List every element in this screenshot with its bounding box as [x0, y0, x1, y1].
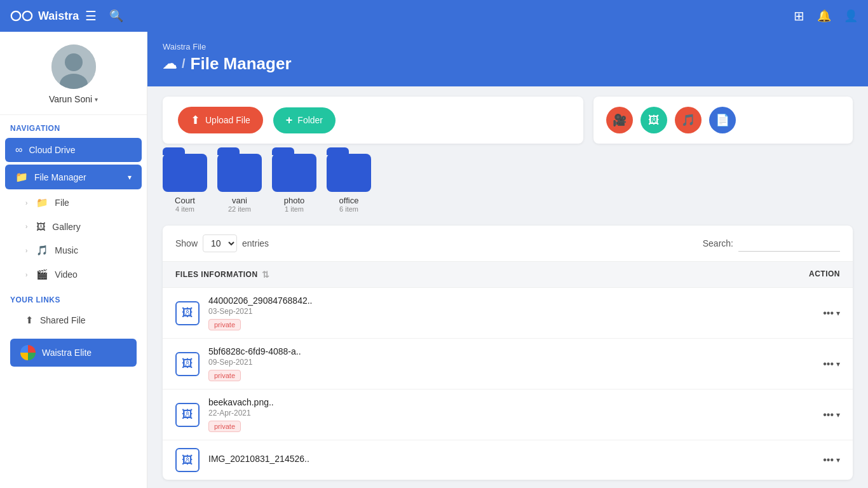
- file-action-1[interactable]: ••• ▾: [764, 308, 840, 319]
- waistra-elite-icon: [20, 345, 36, 360]
- folder-item-photo[interactable]: photo 1 item: [272, 154, 316, 213]
- action-chevron-1[interactable]: ▾: [836, 309, 840, 318]
- file-image-icon-1: 🖼: [182, 306, 193, 320]
- files-table-controls: Show 10 25 50 entries Search:: [163, 226, 853, 262]
- svg-point-0: [11, 11, 20, 20]
- folder-label: Folder: [297, 115, 323, 125]
- table-row: 🖼 beekavach.png.. 22-Apr-2021 private ••…: [163, 390, 853, 440]
- file-action-3[interactable]: ••• ▾: [764, 409, 840, 421]
- your-links-label: Your Links: [0, 287, 147, 308]
- files-col-header: FILES INFORMATION ⇅ ACTION: [163, 262, 853, 288]
- search-icon[interactable]: 🔍: [109, 9, 123, 23]
- table-row: 🖼 5bf6828c-6fd9-4088-a.. 09-Sep-2021 pri…: [163, 339, 853, 390]
- hamburger-icon[interactable]: ☰: [85, 8, 97, 24]
- file-badge-2: private: [208, 370, 241, 381]
- video-sub-icon: 🎬: [36, 269, 48, 280]
- sidebar-item-waistra-elite[interactable]: Waistra Elite: [10, 339, 137, 367]
- bell-icon[interactable]: 🔔: [817, 9, 831, 23]
- folders-row: Court 4 item vani 22 item photo 1 item o…: [163, 154, 853, 213]
- action-dots-1[interactable]: •••: [823, 308, 834, 319]
- profile-name[interactable]: Varun Soni ▾: [49, 94, 98, 104]
- sidebar-item-shared-file[interactable]: ⬆ Shared File: [5, 309, 142, 332]
- video-media-button[interactable]: 🎥: [606, 107, 633, 133]
- waistra-elite-label: Waistra Elite: [42, 348, 92, 358]
- upload-file-button[interactable]: ⬆ Upload File: [178, 107, 263, 133]
- folder-item-office[interactable]: office 6 item: [327, 154, 371, 213]
- image-media-button[interactable]: 🖼: [641, 107, 667, 133]
- file-thumbnail-1: 🖼: [175, 301, 200, 325]
- table-row: 🖼 44000206_29084768842.. 03-Sep-2021 pri…: [163, 288, 853, 339]
- avatar: [51, 44, 96, 89]
- image-media-icon: 🖼: [648, 114, 660, 127]
- cloud-drive-label: Cloud Drive: [29, 145, 75, 155]
- sidebar-arrow-music: ›: [25, 247, 27, 254]
- profile-dropdown-icon: ▾: [95, 96, 98, 103]
- svg-point-3: [65, 53, 83, 71]
- layout: Varun Soni ▾ Navigation ∞ Cloud Drive 📁 …: [0, 32, 868, 488]
- col-files-info: FILES INFORMATION ⇅: [175, 269, 764, 280]
- folder-name-office: office: [339, 196, 359, 205]
- sidebar-sub-item-file[interactable]: › 📁 File: [5, 191, 142, 214]
- user-icon[interactable]: 👤: [844, 9, 858, 23]
- upload-icon: ⬆: [191, 113, 200, 127]
- folder-count-office: 6 item: [339, 205, 358, 213]
- header-cloud-icon: ☁: [163, 56, 177, 72]
- table-row: 🖼 IMG_20210831_214526.. ••• ▾: [163, 440, 853, 480]
- folder-count-court: 4 item: [175, 205, 194, 213]
- folder-item-vani[interactable]: vani 22 item: [217, 154, 262, 213]
- file-image-icon-4: 🖼: [182, 454, 193, 467]
- entries-label: entries: [242, 238, 269, 248]
- action-chevron-4[interactable]: ▾: [836, 456, 840, 464]
- file-action-4[interactable]: ••• ▾: [764, 454, 840, 466]
- file-action-2[interactable]: ••• ▾: [764, 358, 840, 370]
- brand-logo-icon: [10, 8, 33, 24]
- brand-name: Waistra: [38, 10, 79, 23]
- media-type-card: 🎥 🖼 🎵 📄: [593, 97, 853, 144]
- music-sub-label: Music: [55, 245, 78, 255]
- file-name-4: IMG_20210831_214526..: [208, 454, 764, 464]
- action-chevron-2[interactable]: ▾: [836, 360, 840, 369]
- sidebar-item-file-manager[interactable]: 📁 File Manager ▾: [5, 165, 142, 189]
- entries-select[interactable]: 10 25 50: [203, 234, 237, 252]
- action-dots-2[interactable]: •••: [823, 358, 834, 370]
- file-thumbnail-4: 🖼: [175, 448, 200, 472]
- sidebar-item-cloud-drive[interactable]: ∞ Cloud Drive: [5, 138, 142, 162]
- search-label: Search:: [703, 238, 733, 248]
- search-input[interactable]: [738, 236, 840, 252]
- music-media-button[interactable]: 🎵: [675, 107, 702, 133]
- sidebar-arrow-gallery: ›: [25, 223, 27, 230]
- sort-icon[interactable]: ⇅: [262, 269, 270, 280]
- action-dots-4[interactable]: •••: [823, 454, 834, 466]
- file-image-icon-3: 🖼: [182, 408, 193, 421]
- file-date-1: 03-Sep-2021: [208, 307, 764, 316]
- upload-label: Upload File: [205, 115, 250, 125]
- gallery-sub-label: Gallery: [52, 222, 80, 232]
- show-label: Show: [175, 238, 198, 248]
- action-dots-3[interactable]: •••: [823, 409, 834, 421]
- navbar-right: ⊞ 🔔 👤: [794, 8, 858, 24]
- sidebar-sub-item-gallery[interactable]: › 🖼 Gallery: [5, 215, 142, 238]
- file-info-1: 44000206_29084768842.. 03-Sep-2021 priva…: [208, 295, 764, 330]
- file-name-3: beekavach.png..: [208, 397, 764, 407]
- folder-name-vani: vani: [232, 196, 247, 205]
- folder-icon-office: [327, 154, 371, 192]
- grid-icon[interactable]: ⊞: [794, 8, 804, 24]
- action-chevron-3[interactable]: ▾: [836, 410, 840, 419]
- sidebar: Varun Soni ▾ Navigation ∞ Cloud Drive 📁 …: [0, 32, 147, 488]
- sidebar-sub-item-music[interactable]: › 🎵 Music: [5, 239, 142, 262]
- folder-name-court: Court: [175, 196, 195, 205]
- header-breadcrumb: Waistra File: [163, 42, 853, 51]
- file-sub-icon: 📁: [36, 197, 48, 208]
- folder-item-court[interactable]: Court 4 item: [163, 154, 207, 213]
- music-media-icon: 🎵: [681, 113, 695, 127]
- file-info-2: 5bf6828c-6fd9-4088-a.. 09-Sep-2021 priva…: [208, 346, 764, 381]
- main-body: ⬆ Upload File + Folder 🎥 🖼: [147, 86, 868, 488]
- document-media-button[interactable]: 📄: [709, 107, 736, 133]
- brand-logo-area: Waistra: [10, 8, 79, 24]
- navigation-label: Navigation: [0, 115, 147, 137]
- sidebar-arrow-file: ›: [25, 200, 27, 207]
- sidebar-sub-item-video[interactable]: › 🎬 Video: [5, 263, 142, 286]
- new-folder-button[interactable]: + Folder: [273, 107, 336, 133]
- video-sub-label: Video: [55, 269, 78, 280]
- header-title-area: ☁ / File Manager: [163, 54, 853, 74]
